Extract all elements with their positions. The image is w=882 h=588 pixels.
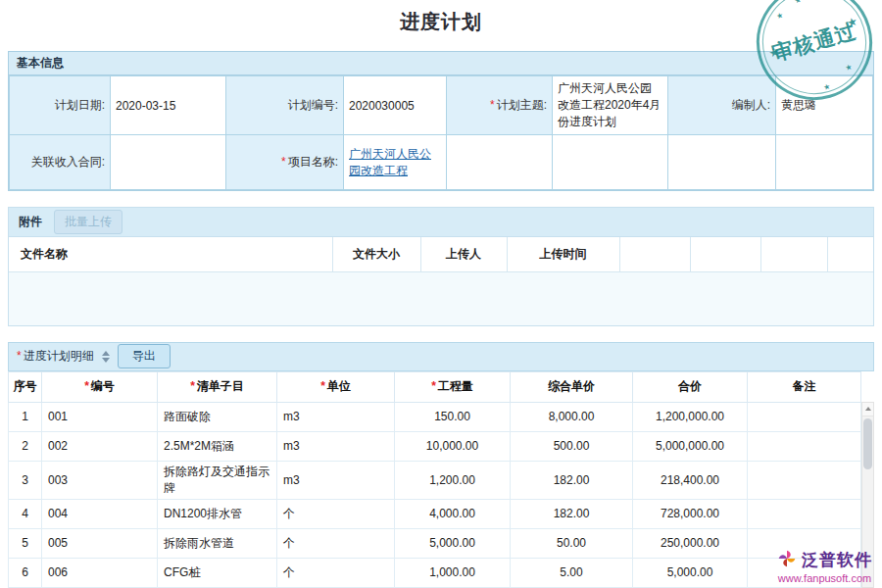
- label-text: 进度计划明细: [24, 349, 94, 363]
- details-table: 序号*编号*清单子目*单位*工程量综合单价合价备注 1001路面破除m3150.…: [8, 371, 861, 588]
- star-icon: [767, 45, 781, 61]
- cell: [748, 499, 861, 528]
- cell: 004: [42, 499, 158, 528]
- star-icon: [822, 81, 831, 92]
- details-header: *进度计划明细 导出: [8, 342, 874, 371]
- table-row[interactable]: 20022.5M*2M箱涵m310,000.00500.005,000,000.…: [9, 431, 861, 461]
- cell: 150.00: [395, 402, 511, 431]
- pinwheel-logo-icon: [777, 549, 797, 571]
- empty-cell: [668, 135, 776, 190]
- column-header: *清单子目: [158, 371, 277, 402]
- required-marker: *: [281, 155, 286, 169]
- required-marker: *: [431, 379, 436, 393]
- attachments-header: 附件 批量上传: [9, 208, 873, 237]
- cell: [748, 461, 861, 499]
- project-name-link[interactable]: 广州天河人民公园改造工程: [349, 147, 431, 177]
- cell: 2.5M*2M箱涵: [158, 431, 277, 461]
- cell: 500.00: [511, 431, 633, 461]
- cell: 拆除雨水管道: [158, 528, 277, 558]
- cell: 8,000.00: [511, 402, 633, 431]
- attachments-table: 文件名称 文件大小 上传人 上传时间: [9, 237, 873, 272]
- table-row[interactable]: 1001路面破除m3150.008,000.001,200,000.00: [9, 402, 861, 431]
- attachments-empty-body: [9, 272, 873, 325]
- table-row[interactable]: 6006CFG桩个1,000.005.005,000.00: [9, 558, 861, 587]
- batch-upload-button[interactable]: 批量上传: [54, 210, 122, 234]
- vendor-logo: 泛普软件 www.fanpusoft.com: [777, 549, 872, 584]
- cell: 1,200,000.00: [633, 402, 748, 431]
- column-header: *编号: [42, 371, 158, 402]
- column-header: 备注: [748, 371, 861, 402]
- related-contract-label: 关联收入合同:: [10, 135, 111, 190]
- column-header: 文件名称: [9, 237, 332, 271]
- cell: 拆除路灯及交通指示牌: [158, 461, 277, 499]
- cell: 5: [9, 528, 42, 558]
- empty-cell: [553, 135, 668, 190]
- cell: 1,200.00: [395, 461, 511, 499]
- vendor-url[interactable]: www.fanpusoft.com: [777, 572, 872, 584]
- attachments-section: 附件 批量上传 文件名称 文件大小 上传人 上传时间: [8, 207, 874, 326]
- required-marker: *: [490, 98, 495, 112]
- cell: 个: [277, 558, 395, 587]
- star-icon: [775, 11, 784, 22]
- cell: CFG桩: [158, 558, 277, 587]
- sort-icon[interactable]: [102, 351, 110, 363]
- page-title: 进度计划: [0, 0, 882, 35]
- column-header: 上传人: [420, 237, 507, 271]
- project-name-label: *项目名称:: [226, 135, 344, 190]
- scroll-up-arrow-icon[interactable]: [862, 403, 873, 416]
- cell: 5,000.00: [395, 528, 511, 558]
- basic-info-header: 基本信息: [9, 52, 873, 75]
- column-header: 序号: [9, 371, 42, 402]
- creator-label: 编制人:: [668, 76, 776, 135]
- table-row[interactable]: 3003拆除路灯及交通指示牌m31,200.00182.00218,400.00: [9, 461, 861, 499]
- table-row[interactable]: 5005拆除雨水管道个5,000.0050.00250,000.00: [9, 528, 861, 558]
- column-header-empty: [827, 237, 873, 271]
- cell: 4: [9, 499, 42, 528]
- cell: 250,000.00: [633, 528, 748, 558]
- required-marker: *: [320, 379, 325, 393]
- cell: 个: [277, 528, 395, 558]
- column-header: 合价: [633, 371, 748, 402]
- cell: 50.00: [511, 528, 633, 558]
- basic-info-section: 基本信息 计划日期: 2020-03-15 计划编号: 2020030005 *…: [8, 51, 874, 191]
- cell: 路面破除: [158, 402, 277, 431]
- label-text: 关联收入合同:: [31, 155, 105, 169]
- plan-subject-label: *计划主题:: [447, 76, 553, 135]
- table-row[interactable]: 4004DN1200排水管个4,000.00182.00728,000.00: [9, 499, 861, 528]
- cell: 6: [9, 558, 42, 587]
- plan-no-value: 2020030005: [344, 76, 447, 135]
- cell: m3: [277, 461, 395, 499]
- plan-date-label: 计划日期:: [10, 76, 111, 135]
- basic-info-title: 基本信息: [17, 55, 64, 72]
- cell: 1,000.00: [395, 558, 511, 587]
- stamp-text: 审核通过: [769, 17, 859, 67]
- star-icon: [844, 63, 853, 74]
- cell: 003: [42, 461, 158, 499]
- scrollbar-thumb[interactable]: [863, 418, 872, 469]
- label-text: 计划编号:: [288, 98, 338, 112]
- cell: m3: [277, 402, 395, 431]
- details-header-row: 序号*编号*清单子目*单位*工程量综合单价合价备注: [9, 371, 861, 402]
- page: 进度计划 审核通过 基本信息 计划日期: 2020-03-15: [0, 0, 882, 588]
- details-title: *进度计划明细: [17, 348, 94, 365]
- required-marker: *: [17, 349, 22, 363]
- required-marker: *: [190, 379, 195, 393]
- basic-info-form: 计划日期: 2020-03-15 计划编号: 2020030005 *计划主题:…: [9, 75, 873, 190]
- project-name-cell: 广州天河人民公园改造工程: [344, 135, 447, 190]
- column-header: 上传时间: [507, 237, 619, 271]
- cell: [748, 431, 861, 461]
- export-button[interactable]: 导出: [118, 344, 171, 368]
- cell: 5,000,000.00: [633, 431, 748, 461]
- required-marker: *: [84, 379, 89, 393]
- cell: 002: [42, 431, 158, 461]
- column-header: 综合单价: [511, 371, 633, 402]
- column-header: *工程量: [395, 371, 511, 402]
- cell: 001: [42, 402, 158, 431]
- column-header: *单位: [277, 371, 395, 402]
- cell: 182.00: [511, 499, 633, 528]
- cell: DN1200排水管: [158, 499, 277, 528]
- cell: 006: [42, 558, 158, 587]
- cell: 3: [9, 461, 42, 499]
- column-header-empty: [619, 237, 690, 271]
- column-header: 文件大小: [332, 237, 420, 271]
